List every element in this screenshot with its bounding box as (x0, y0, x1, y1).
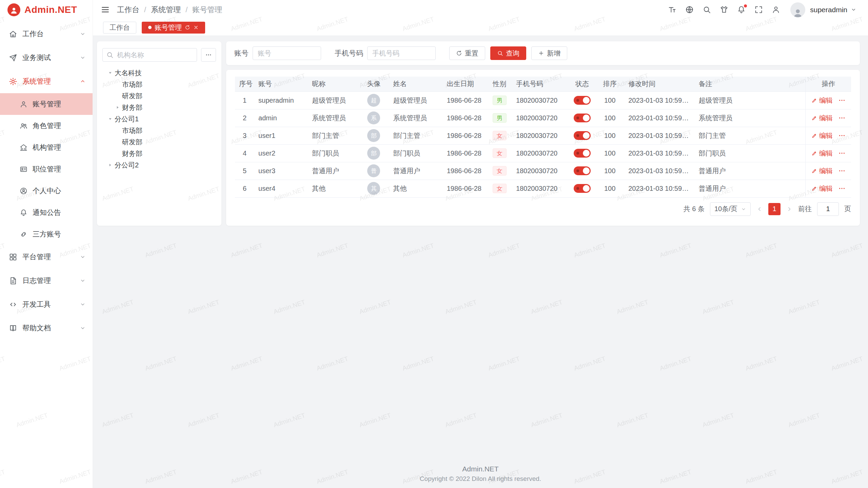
cell-nickname: 普通用户 (308, 162, 358, 180)
sidebar-item-business-test[interactable]: 业务测试 (0, 46, 93, 69)
user-menu-chevron-icon[interactable] (851, 7, 856, 13)
account-filter-input[interactable] (253, 46, 321, 60)
sidebar-item-devtools[interactable]: 开发工具 (0, 292, 93, 316)
gender-tag: 女 (493, 166, 507, 176)
sidebar-item-label: 帮助文档 (22, 323, 80, 333)
sidebar-item-system[interactable]: 系统管理 (0, 69, 93, 93)
more-dots-icon (205, 52, 212, 58)
breadcrumb-item[interactable]: 账号管理 (192, 5, 222, 15)
breadcrumb-item[interactable]: 工作台 (117, 5, 139, 15)
main-area: 工作台/系统管理/账号管理 superadmin 工作台账号管理 大名科技市场部… (93, 0, 868, 488)
current-page-button[interactable]: 1 (768, 203, 781, 215)
language-icon[interactable] (685, 5, 694, 14)
edit-button[interactable]: 编辑 (811, 184, 833, 193)
tab-0[interactable]: 工作台 (103, 22, 136, 34)
more-actions-icon[interactable] (838, 149, 846, 157)
notification-bell-icon[interactable] (737, 5, 746, 14)
query-button[interactable]: 查询 (490, 46, 526, 60)
sidebar-item-label: 开发工具 (22, 300, 80, 309)
chevron-down-icon (80, 55, 86, 61)
cell-status (569, 92, 595, 109)
reset-label: 重置 (465, 49, 478, 58)
sidebar-item-third-account[interactable]: 三方账号 (0, 223, 93, 245)
tree-more-button[interactable] (201, 48, 216, 62)
cell-birth-date: 1986-06-28 (443, 109, 487, 127)
sidebar-item-role[interactable]: 角色管理 (0, 115, 93, 137)
profile-icon[interactable] (772, 5, 780, 14)
tab-1[interactable]: 账号管理 (142, 22, 205, 34)
cell-sort: 100 (595, 109, 624, 127)
cell-gender: 男 (487, 109, 512, 127)
phone-filter-input[interactable] (367, 46, 436, 60)
status-toggle[interactable] (574, 184, 591, 193)
edit-button[interactable]: 编辑 (811, 149, 833, 158)
tree-node[interactable]: 市场部 (102, 79, 216, 90)
chevron-down-icon (80, 31, 86, 37)
sidebar-item-org[interactable]: 机构管理 (0, 137, 93, 158)
user-avatar[interactable] (790, 2, 805, 17)
username[interactable]: superadmin (810, 6, 847, 14)
more-actions-icon[interactable] (838, 167, 846, 175)
tree-node[interactable]: 分公司2 (102, 159, 216, 171)
tree-node[interactable]: 财务部 (102, 148, 216, 159)
reset-button[interactable]: 重置 (449, 46, 485, 60)
tree-node[interactable]: 财务部 (102, 102, 216, 113)
more-actions-icon[interactable] (838, 132, 846, 139)
edit-button[interactable]: 编辑 (811, 131, 833, 140)
caret-right-icon[interactable] (113, 103, 122, 112)
tree-node[interactable]: 研发部 (102, 136, 216, 148)
tab-refresh-icon[interactable] (185, 25, 190, 30)
edit-icon (811, 186, 817, 191)
tree-node[interactable]: 研发部 (102, 90, 216, 102)
edit-button[interactable]: 编辑 (811, 166, 833, 176)
font-size-icon[interactable] (668, 5, 676, 14)
tab-close-icon[interactable] (193, 25, 199, 30)
tree-node[interactable]: 分公司1 (102, 113, 216, 125)
caret-right-icon[interactable] (106, 161, 115, 169)
page-size-select[interactable]: 10条/页 (710, 202, 751, 216)
status-toggle[interactable] (574, 166, 591, 175)
sidebar-item-account[interactable]: 账号管理 (0, 93, 93, 115)
menu-search-icon[interactable] (703, 5, 711, 14)
status-toggle[interactable] (574, 131, 591, 140)
tree-node[interactable]: 市场部 (102, 125, 216, 136)
more-actions-icon[interactable] (838, 97, 846, 104)
table-row: 2admin系统管理员系系统管理员1986-06-28男180200307201… (235, 109, 851, 127)
sidebar-item-personal-center[interactable]: 个人中心 (0, 180, 93, 202)
theme-config-icon[interactable] (720, 5, 728, 14)
cell-operation: 编辑 (806, 162, 851, 180)
goto-page-input[interactable] (817, 202, 839, 216)
home-icon (9, 30, 17, 38)
sidebar-item-platform[interactable]: 平台管理 (0, 245, 93, 269)
gear-icon (9, 77, 17, 86)
caret-down-icon[interactable] (106, 68, 115, 77)
status-toggle[interactable] (574, 96, 591, 105)
tree-node-label: 研发部 (122, 92, 142, 101)
user-center-icon (20, 187, 27, 195)
status-toggle[interactable] (574, 114, 591, 122)
sidebar-item-workbench[interactable]: 工作台 (0, 22, 93, 46)
edit-button[interactable]: 编辑 (811, 96, 833, 105)
next-page-button[interactable] (786, 206, 793, 212)
sidebar-item-position[interactable]: 职位管理 (0, 158, 93, 180)
row-avatar: 超 (367, 94, 380, 107)
sidebar-item-help-docs[interactable]: 帮助文档 (0, 316, 93, 340)
tree-node[interactable]: 大名科技 (102, 67, 216, 79)
cell-status (569, 180, 595, 197)
column-header: 状态 (569, 77, 595, 92)
add-button[interactable]: 新增 (531, 46, 567, 60)
tree-node-label: 财务部 (122, 103, 142, 112)
more-actions-icon[interactable] (838, 185, 846, 192)
more-actions-icon[interactable] (838, 114, 846, 122)
edit-button[interactable]: 编辑 (811, 114, 833, 123)
menu-collapse-icon[interactable] (101, 5, 110, 14)
status-toggle[interactable] (574, 149, 591, 158)
breadcrumb-item[interactable]: 系统管理 (151, 5, 181, 15)
org-search-input[interactable] (102, 48, 197, 62)
app-logo[interactable]: Admin.NET (0, 0, 93, 19)
caret-down-icon[interactable] (106, 115, 115, 123)
sidebar-item-logs[interactable]: 日志管理 (0, 269, 93, 292)
prev-page-button[interactable] (756, 206, 763, 212)
fullscreen-icon[interactable] (754, 5, 763, 14)
sidebar-item-notice[interactable]: 通知公告 (0, 202, 93, 223)
